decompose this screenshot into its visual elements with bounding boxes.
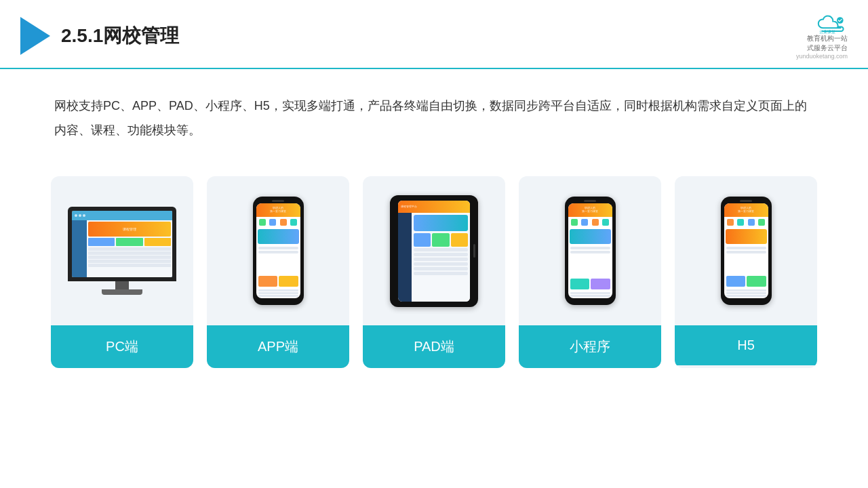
pc-row-4 [88,260,171,263]
h5-icons-row [724,217,768,228]
h5-screen-header-text: 职进人的第一堂习课堂 [737,206,755,214]
h5-icon-2 [737,219,744,226]
pc-screen-body: 课程管理 [72,220,172,277]
tablet-row-3 [414,258,468,261]
pc-card-blue [88,238,115,246]
app-screen-header-text: 职进人的第一堂习课堂 [269,206,287,214]
tablet-main [412,213,470,302]
card-app: 职进人的第一堂习课堂 [207,176,349,368]
app-screen-header: 职进人的第一堂习课堂 [256,203,300,217]
pc-screen: 课程管理 [72,211,172,277]
app-text-row-1 [258,247,298,249]
description-paragraph: 网校支持PC、APP、PAD、小程序、H5，实现多端打通，产品各终端自由切换，数… [54,94,814,142]
card-app-label: APP端 [207,325,349,368]
app-banner2 [258,229,299,244]
card-h5-label: H5 [675,325,817,365]
tablet-row-4 [414,262,468,266]
miniprogram-header-text: 职进人的第一堂习课堂 [581,206,599,214]
h5-phone-bottom [724,288,768,298]
tablet-grid-1 [414,233,431,247]
cloud-icon: 云朵课堂 [815,12,848,34]
brand-url: yunduoketang.com [796,53,848,60]
pc-dot-3 [83,214,85,217]
device-app-mockup: 职进人的第一堂习课堂 [253,197,304,305]
mini-icon-3 [592,219,599,226]
pc-stand-base [102,289,142,295]
brand-tagline: 教育机构一站 式服务云平台 [807,34,848,53]
miniprogram-screen-header: 职进人的第一堂习课堂 [568,203,612,217]
app-icon-1 [259,219,266,226]
card-miniprogram-image: 职进人的第一堂习课堂 [519,176,661,325]
pc-screen-header [72,211,172,220]
app-text-row-2 [258,251,298,253]
tablet-header: 课程管理平台 [398,201,470,213]
card-pad-label: PAD端 [363,325,505,368]
pc-main: 课程管理 [87,220,172,277]
h5-text-rows [724,245,768,274]
tablet-sidebar [398,213,412,302]
tablet-banner [414,215,468,231]
card-pad: 课程管理平台 [363,176,505,368]
app-icon-4 [290,219,297,226]
mini-card-1 [570,279,590,289]
app-phone-screen: 职进人的第一堂习课堂 [256,203,300,298]
card-h5: 职进人的第一堂习课堂 [675,176,817,368]
app-icon-2 [269,219,276,226]
app-icon-3 [280,219,287,226]
pc-row-5 [88,264,171,267]
tablet-body [398,213,470,302]
tablet-grid [414,233,468,247]
pc-card-yellow [144,238,171,246]
app-phone-cards [256,274,300,288]
tablet-row-6 [414,272,468,275]
pc-banner: 课程管理 [88,222,171,237]
tablet-row-2 [414,253,468,256]
mini-bottom-row-1 [570,292,610,294]
h5-bottom-row-1 [726,289,766,291]
tablet-header-text: 课程管理平台 [401,205,417,208]
pc-cards-row [88,238,171,246]
mini-phone-bottom [568,291,612,298]
pc-card-green [116,238,142,246]
page-title: 2.5.1网校管理 [61,23,179,49]
app-bottom-row-2 [258,292,298,294]
brand-logo-icon: 云朵课堂 [815,12,848,34]
pc-banner-text: 课程管理 [123,227,136,231]
pc-dot-2 [79,214,81,217]
h5-icon-1 [727,219,734,226]
miniprogram-phone-screen: 职进人的第一堂习课堂 [568,203,612,298]
mini-bottom-row-2 [570,295,610,297]
mini-banner2 [570,229,611,244]
mini-text-row-2 [570,251,610,253]
mini-text-rows [568,245,612,277]
card-pc-image: 课程管理 [51,176,193,325]
card-miniprogram: 职进人的第一堂习课堂 [519,176,661,368]
mini-icon-4 [602,219,609,226]
h5-bottom-row-3 [726,295,766,297]
h5-phone-screen: 职进人的第一堂习课堂 [724,203,768,298]
device-h5-mockup: 职进人的第一堂习课堂 [721,197,772,305]
tablet-row-5 [414,267,468,270]
pc-monitor: 课程管理 [68,207,176,281]
tablet-grid-3 [451,233,468,247]
pc-rows [88,247,171,267]
tablet-rows [414,248,468,275]
app-card-2 [279,276,298,287]
app-bottom-row-3 [258,295,298,297]
app-text-rows [256,245,300,274]
mini-icon-1 [571,219,578,226]
h5-phone-cards [724,274,768,288]
header-right: 云朵课堂 教育机构一站 式服务云平台 yunduoketang.com [796,12,848,60]
tablet-grid-2 [432,233,449,247]
tablet-screen: 课程管理平台 [398,201,470,302]
h5-text-row-1 [726,247,766,249]
h5-card-2 [747,276,766,287]
brand-logo: 云朵课堂 教育机构一站 式服务云平台 yunduoketang.com [796,12,848,60]
device-pc-mockup: 课程管理 [68,207,176,295]
h5-bottom-row-2 [726,292,766,294]
description-text: 网校支持PC、APP、PAD、小程序、H5，实现多端打通，产品各终端自由切换，数… [0,69,868,156]
mini-card-2 [591,279,610,289]
mini-icon-2 [581,219,588,226]
app-bottom-row-1 [258,289,298,291]
card-pad-image: 课程管理平台 [363,176,505,325]
